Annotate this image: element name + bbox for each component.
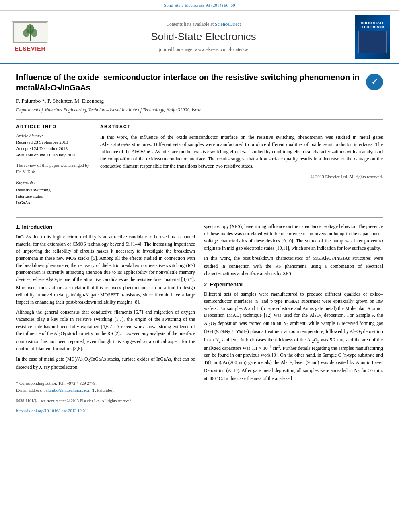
intro-para-1: InGaAs due to its high electron mobility… — [16, 234, 195, 306]
affiliation: Department of Materials Engineering, Tec… — [16, 107, 383, 113]
section-divider — [16, 217, 383, 218]
svg-point-3 — [23, 29, 29, 37]
experimental-heading: 2. Experimental — [204, 281, 383, 289]
body-columns: 1. Introduction InGaAs due to its high e… — [16, 223, 383, 414]
email-label: E-mail address: — [16, 388, 43, 392]
sciencedirect-link-text[interactable]: ScienceDirect — [215, 22, 241, 27]
journal-header: ELSEVIER Contents lists available at Sci… — [0, 11, 399, 64]
citation-text: Solid-State Electronics 93 (2014) 56–60 — [164, 3, 235, 8]
right-para-1: spectroscopy (XPS), have strong influenc… — [204, 223, 383, 252]
crossmark-badge: ✓ — [366, 74, 383, 90]
cover-title: SOLID STATEELECTRONICS — [360, 21, 386, 30]
keyword-1: Resistive switching — [16, 187, 90, 193]
abstract-text: In this work, the influence of the oxide… — [100, 134, 383, 170]
footnote-email: E-mail address: palumbo@mt.technion.ac.i… — [16, 387, 195, 394]
reviewer-note: The review of this paper was arranged by… — [16, 162, 90, 175]
footnote-section: * Corresponding author. Tel.: +972 4 829… — [16, 378, 195, 414]
journal-cover-image: SOLID STATEELECTRONICS — [355, 15, 390, 59]
svg-point-4 — [31, 29, 37, 37]
right-para-2: In this work, the post-breakdown charact… — [204, 255, 383, 277]
available-date: Available online 21 January 2014 — [16, 152, 90, 158]
title-area: Influence of the oxide–semiconductor int… — [16, 72, 383, 93]
history-label: Article history: — [16, 133, 90, 139]
switching-word: switching — [94, 316, 112, 322]
journal-cover-area: SOLID STATEELECTRONICS — [355, 15, 391, 59]
keyword-3: InGaAs — [16, 200, 90, 206]
doi-link[interactable]: http://dx.doi.org/10.1016/j.sse.2013.12.… — [16, 409, 89, 413]
authors: F. Palumbo *, P. Shekhter, M. Eizenberg — [16, 97, 383, 105]
header-divider — [16, 119, 383, 120]
keyword-2: Interface states — [16, 193, 90, 200]
journal-name: Solid-State Electronics — [60, 29, 347, 45]
elsevier-brand-text: ELSEVIER — [14, 45, 45, 53]
email-suffix: (F. Palumbo). — [92, 388, 115, 392]
contents-label: Contents lists available at — [166, 22, 214, 27]
keywords-section: Keywords: Resistive switching Interface … — [16, 179, 90, 206]
paper-title: Influence of the oxide–semiconductor int… — [16, 72, 362, 93]
sciencedirect-info: Contents lists available at ScienceDirec… — [60, 21, 347, 28]
journal-title-area: Contents lists available at ScienceDirec… — [52, 21, 355, 53]
doi-line: http://dx.doi.org/10.1016/j.sse.2013.12.… — [16, 408, 195, 414]
body-left-col: 1. Introduction InGaAs due to its high e… — [16, 223, 195, 414]
article-info-heading: ARTICLE INFO — [16, 124, 90, 130]
abstract-heading: ABSTRACT — [100, 124, 383, 130]
issn-line: 0038-1101/$ – see front matter © 2013 El… — [16, 398, 195, 404]
email-address[interactable]: palumbo@mt.technion.ac.il — [43, 388, 90, 392]
article-history: Article history: Received 23 September 2… — [16, 133, 90, 158]
intro-para-2: Although the general consensus that cond… — [16, 309, 195, 353]
cover-graphic — [358, 31, 387, 53]
info-abstract-section: ARTICLE INFO Article history: Received 2… — [16, 124, 383, 210]
journal-citation: Solid-State Electronics 93 (2014) 56–60 — [0, 0, 399, 11]
crossmark-icon: ✓ — [366, 74, 383, 90]
journal-url: journal homepage: www.elsevier.com/locat… — [60, 46, 347, 53]
elsevier-logo-area: ELSEVIER — [8, 21, 52, 53]
intro-heading: 1. Introduction — [16, 223, 195, 231]
keywords-label: Keywords: — [16, 179, 90, 186]
abstract-panel: ABSTRACT In this work, the influence of … — [100, 124, 383, 210]
elsevier-artwork — [12, 21, 48, 43]
experimental-para-1: Different sets of samples were manufactu… — [204, 291, 383, 382]
copyright-notice: © 2013 Elsevier Ltd. All rights reserved… — [100, 174, 383, 180]
body-right-col: spectroscopy (XPS), have strong influenc… — [204, 223, 383, 414]
paper-body: Influence of the oxide–semiconductor int… — [0, 64, 399, 422]
accepted-date: Accepted 24 December 2013 — [16, 146, 90, 152]
intro-para-3: In the case of metal gate (MG)/Al2O3/InG… — [16, 356, 195, 371]
received-date: Received 23 September 2013 — [16, 139, 90, 146]
svg-text:✓: ✓ — [371, 77, 378, 86]
footnote-star: * Corresponding author. Tel.: +972 4 829… — [16, 380, 195, 387]
article-info-panel: ARTICLE INFO Article history: Received 2… — [16, 124, 90, 210]
